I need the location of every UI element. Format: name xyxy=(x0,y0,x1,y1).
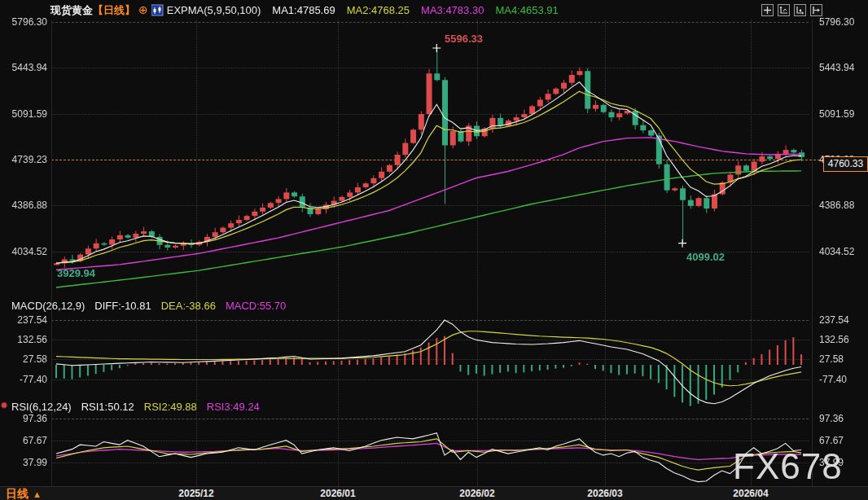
price-axis-left-1: 5443.94 xyxy=(3,62,47,73)
chart-header: 现货黄金【日线】⊕EXPMA(5,9,50,100)MA1:4785.69MA2… xyxy=(0,0,868,20)
main-price-chart[interactable] xyxy=(0,20,868,296)
chart-toolbar xyxy=(761,4,822,16)
date-label-4: 2026/04 xyxy=(722,488,779,500)
price-axis-left-5: 4034.52 xyxy=(3,246,47,257)
rsi-axis-right-1: 67.67 xyxy=(819,435,866,446)
range-low-annotation: 3929.94 xyxy=(57,267,95,279)
price-axis-left-4: 4386.88 xyxy=(3,200,47,211)
macd-panel-chart[interactable] xyxy=(0,296,868,407)
crosshair-tool-icon[interactable] xyxy=(761,4,774,16)
axis-pan-icon[interactable] xyxy=(794,4,806,16)
add-overlay-icon[interactable]: ⊕ xyxy=(138,3,148,16)
rsi-axis-right-0: 97.36 xyxy=(819,413,866,424)
high-price-annotation: 5596.33 xyxy=(445,33,483,45)
date-label-1: 2026/01 xyxy=(309,488,366,500)
candlestick-chart-icon[interactable] xyxy=(151,3,164,23)
rsi-value-2: RSI3:49.24 xyxy=(207,401,260,413)
date-label-0: 2025/12 xyxy=(168,488,225,500)
time-axis-bar: 日线 ▲ 2025/122026/012026/022026/032026/04 xyxy=(0,486,868,500)
period-tag[interactable]: 【日线】 xyxy=(93,4,135,16)
ma-value-0: MA1:4785.69 xyxy=(272,4,335,16)
ma-values: MA1:4785.69MA2:4768.25MA3:4783.30MA4:465… xyxy=(261,4,558,16)
macd-value-2: MACD:55.70 xyxy=(226,300,286,312)
symbol-title: 现货黄金 xyxy=(50,4,93,16)
macd-axis-right-0: 237.54 xyxy=(819,314,866,326)
macd-header: MACD(26,12,9)DIFF:-10.81DEA:-38.66MACD:5… xyxy=(11,300,286,312)
rsi-axis-left-2: 37.99 xyxy=(3,457,47,468)
macd-axis-right-3: -77.40 xyxy=(819,374,866,385)
price-axis-right-1: 5443.94 xyxy=(819,62,866,73)
price-axis-left-2: 5091.59 xyxy=(3,108,47,120)
macd-axis-left-3: -77.40 xyxy=(3,374,47,385)
period-selector[interactable]: 日线 xyxy=(6,487,28,500)
ma-value-1: MA2:4768.25 xyxy=(347,4,410,16)
macd-axis-right-2: 27.58 xyxy=(819,353,866,365)
axis-zoom-icon[interactable] xyxy=(778,4,790,16)
rsi-axis-left-0: 97.36 xyxy=(3,413,47,424)
rsi-header: RSI(6,12,24)RSI1:50.12RSI2:49.88RSI3:49.… xyxy=(11,401,260,413)
period-up-triangle-icon[interactable]: ▲ xyxy=(33,488,42,500)
price-axis-right-4: 4386.88 xyxy=(819,200,866,211)
indicator-label[interactable]: EXPMA(5,9,50,100) xyxy=(167,4,261,16)
macd-axis-right-1: 132.56 xyxy=(819,334,866,345)
macd-axis-left-0: 237.54 xyxy=(3,314,47,326)
macd-value-0: DIFF:-10.81 xyxy=(94,300,151,312)
price-axis-left-3: 4739.23 xyxy=(3,154,47,165)
alert-marker-icon: ✹ xyxy=(0,400,8,411)
date-label-3: 2026/03 xyxy=(576,488,633,500)
rsi-value-1: RSI2:49.88 xyxy=(144,401,197,413)
trading-chart-window: 现货黄金【日线】⊕EXPMA(5,9,50,100)MA1:4785.69MA2… xyxy=(0,0,868,500)
rsi-title[interactable]: RSI(6,12,24) xyxy=(11,401,72,413)
low-price-annotation: 4099.02 xyxy=(686,251,725,263)
ma-value-2: MA3:4783.30 xyxy=(421,4,484,16)
watermark: FX678 xyxy=(733,446,843,487)
date-label-2: 2026/02 xyxy=(449,488,506,500)
pan-right-icon[interactable] xyxy=(810,4,822,16)
macd-axis-left-1: 132.56 xyxy=(3,334,47,345)
rsi-value-0: RSI1:50.12 xyxy=(81,401,134,413)
macd-axis-left-2: 27.58 xyxy=(3,353,47,365)
price-axis-right-5: 4034.52 xyxy=(819,246,866,257)
macd-title[interactable]: MACD(26,12,9) xyxy=(11,300,85,312)
last-price-badge: 4760.33 xyxy=(823,156,868,172)
ma-value-3: MA4:4653.91 xyxy=(495,4,558,16)
price-axis-right-2: 5091.59 xyxy=(819,108,866,120)
rsi-axis-left-1: 67.67 xyxy=(3,435,47,446)
macd-value-1: DEA:-38.66 xyxy=(161,300,216,312)
